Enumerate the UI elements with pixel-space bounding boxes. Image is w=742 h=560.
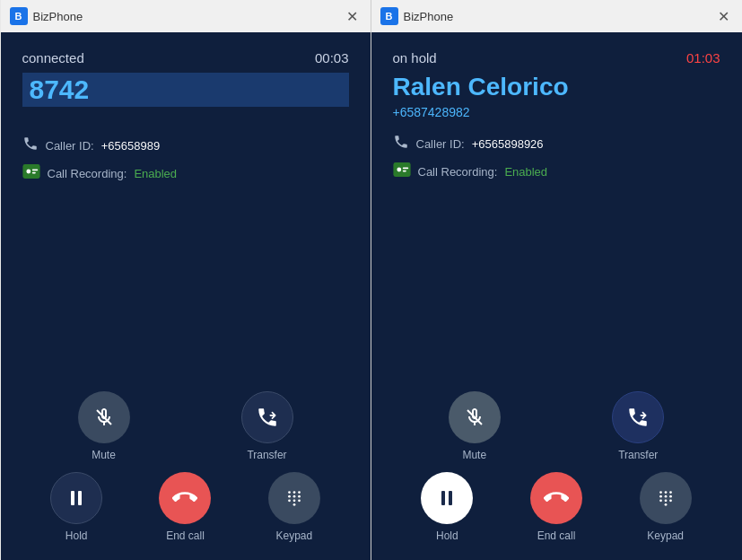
recording-label-left: Call Recording: [48,167,127,180]
status-text-left: connected [22,50,84,66]
svg-rect-20 [402,171,406,172]
svg-point-32 [669,499,672,502]
hold-button-left[interactable] [50,472,102,524]
endcall-button-left[interactable] [159,472,211,524]
mute-button-left[interactable] [78,391,130,443]
svg-rect-3 [31,172,35,174]
svg-point-10 [288,495,291,498]
transfer-button-right[interactable] [612,391,664,443]
keypad-label-left: Keypad [275,529,312,542]
recording-value-left: Enabled [134,167,177,180]
recording-value-right: Enabled [504,165,547,179]
caller-id-label-left: Caller ID: [46,139,94,153]
recording-icon-left [22,164,40,182]
svg-point-24 [659,491,662,494]
svg-point-28 [664,495,667,498]
svg-point-33 [664,503,667,506]
endcall-button-right[interactable] [530,472,582,524]
call-timer-right: 01:03 [686,50,720,66]
svg-point-26 [669,491,672,494]
caller-id-icon-left [22,136,39,155]
title-bar-right: B BizPhone ✕ [371,0,742,32]
hold-button-right[interactable] [421,472,473,524]
recording-row-right: Call Recording: Enabled [393,162,720,180]
call-content-right: on hold 01:03 Ralen Celorico +6587428982… [371,32,742,377]
recording-label-right: Call Recording: [418,165,498,179]
app-title-right: BizPhone [404,10,454,23]
controls-row1-left: Mute Transfer [22,391,349,461]
status-text-right: on hold [393,50,437,66]
svg-point-9 [298,491,301,494]
svg-point-7 [288,491,291,494]
svg-rect-23 [449,491,452,505]
svg-point-8 [292,491,295,494]
transfer-control-right[interactable]: Transfer [612,391,664,461]
svg-point-11 [292,495,295,498]
svg-point-30 [659,499,662,502]
caller-id-row-left: Caller ID: +65658989 [22,136,349,155]
svg-rect-17 [393,162,410,177]
phone-window-right: B BizPhone ✕ on hold 01:03 Ralen Celoric… [371,0,742,560]
hold-label-left: Hold [65,529,88,542]
app-title-left: BizPhone [33,10,83,23]
transfer-button-left[interactable] [241,391,293,443]
status-row-left: connected 00:03 [22,50,349,66]
caller-id-value-left: +65658989 [101,139,160,153]
hold-label-right: Hold [436,529,458,542]
mute-label-left: Mute [92,449,116,461]
app-icon-right: B [380,7,398,25]
status-row-right: on hold 01:03 [393,50,720,66]
svg-point-27 [659,495,662,498]
endcall-control-left[interactable]: End call [159,472,211,542]
recording-row-left: Call Recording: Enabled [22,164,349,182]
close-button-right[interactable]: ✕ [715,7,733,25]
svg-point-18 [397,168,401,172]
svg-point-16 [292,503,295,506]
mute-button-right[interactable] [449,391,501,443]
caller-name-right: Ralen Celorico [393,73,720,101]
call-timer-left: 00:03 [315,50,349,66]
svg-rect-0 [22,164,39,179]
svg-point-12 [298,495,301,498]
app-icon-left: B [10,7,28,25]
keypad-label-right: Keypad [647,529,684,542]
caller-number-left: 8742 [22,73,349,107]
call-content-left: connected 00:03 8742 Caller ID: +6565898… [1,32,371,377]
transfer-control-left[interactable]: Transfer [241,391,293,461]
recording-icon-right [393,162,411,180]
hold-control-left[interactable]: Hold [50,472,102,542]
caller-id-icon-right [393,134,409,153]
keypad-control-left[interactable]: Keypad [268,472,320,542]
keypad-control-right[interactable]: Keypad [640,472,692,542]
svg-point-1 [26,170,31,174]
caller-id-label-right: Caller ID: [416,137,465,151]
close-button-left[interactable]: ✕ [344,7,362,25]
keypad-button-right[interactable] [640,472,692,524]
controls-left: Mute Transfer [1,377,371,560]
endcall-control-right[interactable]: End call [530,472,582,542]
keypad-button-left[interactable] [268,472,320,524]
title-bar-right-content: B BizPhone [380,7,454,25]
endcall-label-right: End call [537,529,576,542]
transfer-label-right: Transfer [618,449,658,461]
svg-rect-19 [402,168,407,170]
controls-row1-right: Mute Transfer [393,391,720,461]
hold-control-right[interactable]: Hold [421,472,473,542]
endcall-label-left: End call [166,529,205,542]
svg-rect-6 [78,491,82,505]
svg-point-14 [292,499,295,502]
mute-control-left[interactable]: Mute [78,391,130,461]
title-bar-left: B BizPhone ✕ [1,0,371,32]
svg-point-13 [288,499,291,502]
svg-rect-5 [71,491,74,505]
caller-id-value-right: +6565898926 [472,137,544,151]
transfer-label-left: Transfer [247,449,286,461]
svg-point-29 [669,495,672,498]
mute-control-right[interactable]: Mute [449,391,501,461]
svg-point-31 [664,499,667,502]
svg-rect-2 [31,170,37,171]
svg-point-15 [298,499,301,502]
caller-id-row-right: Caller ID: +6565898926 [393,134,720,153]
mute-label-right: Mute [462,449,486,461]
caller-phone-sub-right: +6587428982 [393,105,720,119]
